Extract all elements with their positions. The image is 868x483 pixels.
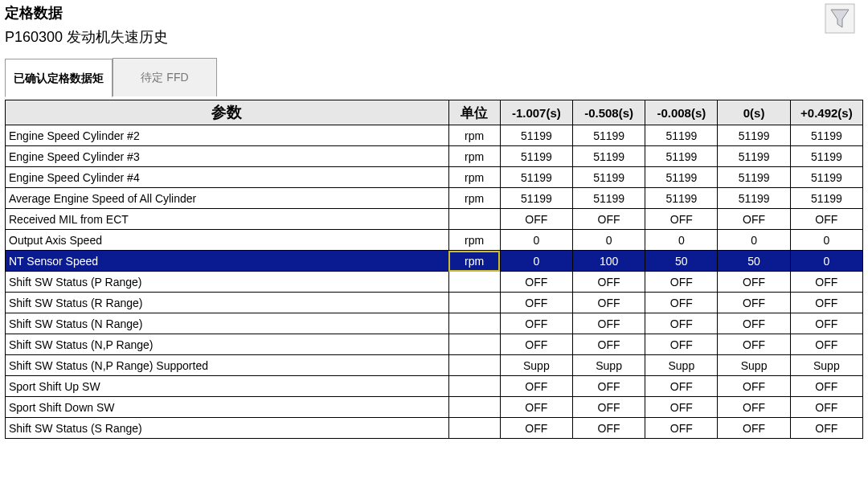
value-cell: OFF: [572, 334, 645, 355]
value-cell: OFF: [718, 376, 790, 397]
col-time-0[interactable]: -1.007(s): [500, 100, 572, 125]
param-cell: Shift SW Status (N,P Range): [6, 334, 449, 355]
value-cell: OFF: [790, 313, 862, 334]
value-cell: 51199: [718, 146, 790, 167]
unit-cell: rpm: [448, 230, 500, 251]
table-body: Engine Speed Cylinder #2rpm5119951199511…: [6, 125, 863, 439]
param-cell: Received MIL from ECT: [6, 209, 449, 230]
col-time-2[interactable]: -0.008(s): [645, 100, 718, 125]
value-cell: 100: [572, 251, 645, 272]
value-cell: 51199: [500, 188, 572, 209]
unit-cell: [448, 418, 500, 439]
value-cell: OFF: [645, 418, 718, 439]
col-time-3[interactable]: 0(s): [718, 100, 790, 125]
table-row[interactable]: Output Axis Speedrpm00000: [6, 230, 863, 251]
value-cell: 51199: [790, 125, 862, 146]
col-param[interactable]: 参数: [6, 100, 449, 125]
unit-cell: rpm: [448, 146, 500, 167]
value-cell: Supp: [500, 355, 572, 376]
table-row[interactable]: Engine Speed Cylinder #4rpm5119951199511…: [6, 167, 863, 188]
value-cell: 51199: [645, 167, 718, 188]
tab-pending-label: 待定 FFD: [141, 71, 188, 84]
value-cell: OFF: [718, 334, 790, 355]
param-cell: Shift SW Status (S Range): [6, 418, 449, 439]
tab-confirmed[interactable]: 已确认定格数据矩: [5, 59, 113, 97]
value-cell: Supp: [790, 355, 862, 376]
value-cell: 51199: [500, 125, 572, 146]
value-cell: OFF: [572, 397, 645, 418]
value-cell: OFF: [572, 376, 645, 397]
value-cell: OFF: [572, 313, 645, 334]
value-cell: 51199: [500, 167, 572, 188]
value-cell: OFF: [500, 272, 572, 293]
unit-cell: [448, 376, 500, 397]
value-cell: OFF: [718, 272, 790, 293]
value-cell: OFF: [790, 418, 862, 439]
unit-cell: [448, 334, 500, 355]
page-title: 定格数据: [5, 3, 863, 23]
value-cell: OFF: [790, 209, 862, 230]
value-cell: OFF: [718, 418, 790, 439]
value-cell: 51199: [500, 146, 572, 167]
table-row[interactable]: Received MIL from ECTOFFOFFOFFOFFOFF: [6, 209, 863, 230]
value-cell: OFF: [500, 397, 572, 418]
col-time-1[interactable]: -0.508(s): [572, 100, 645, 125]
data-table-wrap: 参数 单位 -1.007(s) -0.508(s) -0.008(s) 0(s)…: [0, 100, 868, 439]
table-row[interactable]: Shift SW Status (N Range)OFFOFFOFFOFFOFF: [6, 313, 863, 334]
table-row[interactable]: Sport Shift Down SWOFFOFFOFFOFFOFF: [6, 397, 863, 418]
param-cell: Sport Shift Down SW: [6, 397, 449, 418]
value-cell: OFF: [645, 293, 718, 313]
value-cell: 51199: [790, 146, 862, 167]
value-cell: 0: [645, 230, 718, 251]
value-cell: 51199: [718, 125, 790, 146]
unit-cell: rpm: [448, 251, 500, 272]
value-cell: 0: [718, 230, 790, 251]
table-row[interactable]: Average Engine Speed of All Cylinderrpm5…: [6, 188, 863, 209]
unit-cell: rpm: [448, 167, 500, 188]
value-cell: OFF: [790, 397, 862, 418]
table-row[interactable]: NT Sensor Speedrpm010050500: [6, 251, 863, 272]
table-row[interactable]: Shift SW Status (R Range)OFFOFFOFFOFFOFF: [6, 293, 863, 313]
table-row[interactable]: Shift SW Status (N,P Range) SupportedSup…: [6, 355, 863, 376]
value-cell: OFF: [718, 397, 790, 418]
tab-row: 已确认定格数据矩 待定 FFD: [0, 58, 868, 96]
tab-confirmed-label: 已确认定格数据矩: [14, 72, 104, 84]
tab-pending[interactable]: 待定 FFD: [113, 58, 217, 96]
value-cell: OFF: [572, 418, 645, 439]
value-cell: OFF: [790, 334, 862, 355]
param-cell: Shift SW Status (P Range): [6, 272, 449, 293]
value-cell: 0: [500, 230, 572, 251]
table-row[interactable]: Shift SW Status (S Range)OFFOFFOFFOFFOFF: [6, 418, 863, 439]
col-unit[interactable]: 单位: [448, 100, 500, 125]
table-row[interactable]: Sport Shift Up SWOFFOFFOFFOFFOFF: [6, 376, 863, 397]
param-cell: NT Sensor Speed: [6, 251, 449, 272]
unit-cell: [448, 397, 500, 418]
value-cell: OFF: [790, 272, 862, 293]
table-row[interactable]: Shift SW Status (P Range)OFFOFFOFFOFFOFF: [6, 272, 863, 293]
col-time-4[interactable]: +0.492(s): [790, 100, 862, 125]
param-cell: Engine Speed Cylinder #3: [6, 146, 449, 167]
value-cell: 51199: [572, 146, 645, 167]
unit-cell: [448, 209, 500, 230]
value-cell: OFF: [718, 293, 790, 313]
unit-cell: rpm: [448, 188, 500, 209]
table-row[interactable]: Shift SW Status (N,P Range)OFFOFFOFFOFFO…: [6, 334, 863, 355]
value-cell: 0: [500, 251, 572, 272]
table-row[interactable]: Engine Speed Cylinder #3rpm5119951199511…: [6, 146, 863, 167]
param-cell: Output Axis Speed: [6, 230, 449, 251]
value-cell: 51199: [645, 188, 718, 209]
value-cell: OFF: [572, 209, 645, 230]
value-cell: 51199: [718, 188, 790, 209]
value-cell: OFF: [645, 272, 718, 293]
value-cell: OFF: [500, 313, 572, 334]
value-cell: 51199: [572, 167, 645, 188]
filter-icon[interactable]: [825, 3, 855, 36]
value-cell: 0: [790, 230, 862, 251]
table-header-row: 参数 单位 -1.007(s) -0.508(s) -0.008(s) 0(s)…: [6, 100, 863, 125]
value-cell: 51199: [572, 188, 645, 209]
value-cell: OFF: [500, 334, 572, 355]
table-row[interactable]: Engine Speed Cylinder #2rpm5119951199511…: [6, 125, 863, 146]
value-cell: OFF: [645, 397, 718, 418]
value-cell: OFF: [500, 418, 572, 439]
value-cell: OFF: [645, 209, 718, 230]
